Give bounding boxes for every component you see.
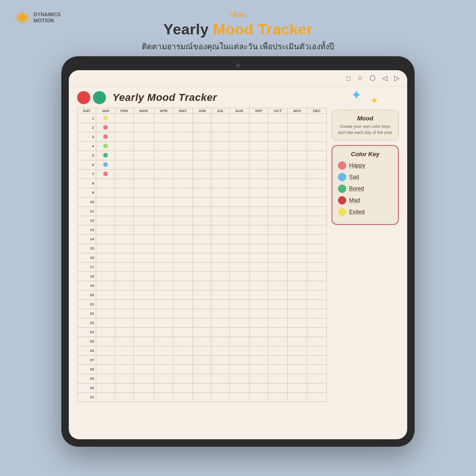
cell-25-MAY[interactable] [173, 337, 193, 346]
cell-24-JUN[interactable] [193, 328, 212, 337]
table-row[interactable]: 12 [78, 216, 327, 225]
cell-11-AUG[interactable] [229, 207, 249, 216]
cell-25-NOV[interactable] [287, 337, 307, 346]
cell-12-FEB[interactable] [115, 216, 133, 225]
cell-6-FEB[interactable] [115, 160, 133, 170]
cell-7-OCT[interactable] [268, 170, 288, 179]
cell-2-AUG[interactable] [229, 123, 249, 132]
forward-icon[interactable]: ▷ [394, 74, 400, 82]
cell-15-MAR[interactable] [133, 244, 154, 253]
table-row[interactable]: 27 [78, 356, 327, 365]
cell-21-MAR[interactable] [133, 300, 154, 309]
cell-15-OCT[interactable] [268, 244, 288, 253]
cell-16-OCT[interactable] [268, 253, 288, 263]
cell-25-DEC[interactable] [307, 337, 327, 346]
cell-25-AUG[interactable] [229, 337, 249, 346]
cell-22-NOV[interactable] [287, 309, 307, 318]
cell-30-SEP[interactable] [250, 383, 268, 393]
cell-19-FEB[interactable] [115, 281, 133, 291]
cell-9-NOV[interactable] [287, 188, 307, 198]
cell-10-JUL[interactable] [212, 198, 230, 207]
cell-15-APR[interactable] [154, 244, 173, 253]
cell-14-MAR[interactable] [133, 235, 154, 244]
cell-21-MAY[interactable] [173, 300, 193, 309]
cell-19-OCT[interactable] [268, 281, 288, 291]
cell-6-NOV[interactable] [287, 160, 307, 170]
cell-3-JUN[interactable] [193, 132, 212, 142]
cell-27-MAY[interactable] [173, 356, 193, 365]
cell-20-DEC[interactable] [307, 291, 327, 300]
cell-11-MAR[interactable] [133, 207, 154, 216]
cell-29-DEC[interactable] [307, 374, 327, 383]
cell-8-DEC[interactable] [307, 179, 327, 188]
cell-8-JUN[interactable] [193, 179, 212, 188]
cell-30-APR[interactable] [154, 383, 173, 393]
cell-27-JUL[interactable] [212, 356, 230, 365]
cell-16-JAN[interactable] [96, 253, 115, 263]
cell-12-JUL[interactable] [212, 216, 230, 225]
cell-29-MAY[interactable] [173, 374, 193, 383]
table-row[interactable]: 2 [78, 123, 327, 132]
cell-15-NOV[interactable] [287, 244, 307, 253]
cell-23-SEP[interactable] [250, 318, 268, 328]
cell-13-MAR[interactable] [133, 225, 154, 235]
cell-1-JAN[interactable] [96, 114, 115, 123]
cell-3-FEB[interactable] [115, 132, 133, 142]
cell-19-DEC[interactable] [307, 281, 327, 291]
cell-7-MAR[interactable] [133, 170, 154, 179]
cell-12-MAR[interactable] [133, 216, 154, 225]
cell-12-NOV[interactable] [287, 216, 307, 225]
cell-22-MAY[interactable] [173, 309, 193, 318]
cell-10-DEC[interactable] [307, 198, 327, 207]
cell-2-OCT[interactable] [268, 123, 288, 132]
cell-22-FEB[interactable] [115, 309, 133, 318]
cell-5-JAN[interactable] [96, 151, 115, 160]
cell-31-MAY[interactable] [173, 393, 193, 402]
cell-2-MAY[interactable] [173, 123, 193, 132]
cell-5-OCT[interactable] [268, 151, 288, 160]
cell-17-MAY[interactable] [173, 263, 193, 272]
table-row[interactable]: 16 [78, 253, 327, 263]
cell-2-FEB[interactable] [115, 123, 133, 132]
cell-26-OCT[interactable] [268, 346, 288, 356]
cell-22-SEP[interactable] [250, 309, 268, 318]
cell-10-FEB[interactable] [115, 198, 133, 207]
cell-20-NOV[interactable] [287, 291, 307, 300]
cell-13-FEB[interactable] [115, 225, 133, 235]
cell-30-JAN[interactable] [96, 383, 115, 393]
cell-22-DEC[interactable] [307, 309, 327, 318]
cell-17-JUL[interactable] [212, 263, 230, 272]
cell-24-SEP[interactable] [250, 328, 268, 337]
cell-30-NOV[interactable] [287, 383, 307, 393]
cell-18-NOV[interactable] [287, 272, 307, 281]
cell-17-AUG[interactable] [229, 263, 249, 272]
cell-11-NOV[interactable] [287, 207, 307, 216]
cell-17-SEP[interactable] [250, 263, 268, 272]
cell-2-MAR[interactable] [133, 123, 154, 132]
table-row[interactable]: 31 [78, 393, 327, 402]
cell-17-JAN[interactable] [96, 263, 115, 272]
cell-1-SEP[interactable] [250, 114, 268, 123]
cell-31-OCT[interactable] [268, 393, 288, 402]
table-row[interactable]: 7 [78, 170, 327, 179]
cell-19-MAY[interactable] [173, 281, 193, 291]
cell-26-APR[interactable] [154, 346, 173, 356]
cell-20-JUL[interactable] [212, 291, 230, 300]
cell-19-JAN[interactable] [96, 281, 115, 291]
cell-21-APR[interactable] [154, 300, 173, 309]
cell-7-FEB[interactable] [115, 170, 133, 179]
cell-17-JUN[interactable] [193, 263, 212, 272]
cell-28-APR[interactable] [154, 365, 173, 374]
cell-5-MAY[interactable] [173, 151, 193, 160]
table-row[interactable]: 8 [78, 179, 327, 188]
cell-4-NOV[interactable] [287, 142, 307, 151]
cell-5-AUG[interactable] [229, 151, 249, 160]
cell-11-JAN[interactable] [96, 207, 115, 216]
cell-11-FEB[interactable] [115, 207, 133, 216]
cell-31-JUN[interactable] [193, 393, 212, 402]
cell-9-FEB[interactable] [115, 188, 133, 198]
cell-16-APR[interactable] [154, 253, 173, 263]
star-icon[interactable]: ☆ [357, 74, 363, 82]
cell-8-AUG[interactable] [229, 179, 249, 188]
table-row[interactable]: 6 [78, 160, 327, 170]
